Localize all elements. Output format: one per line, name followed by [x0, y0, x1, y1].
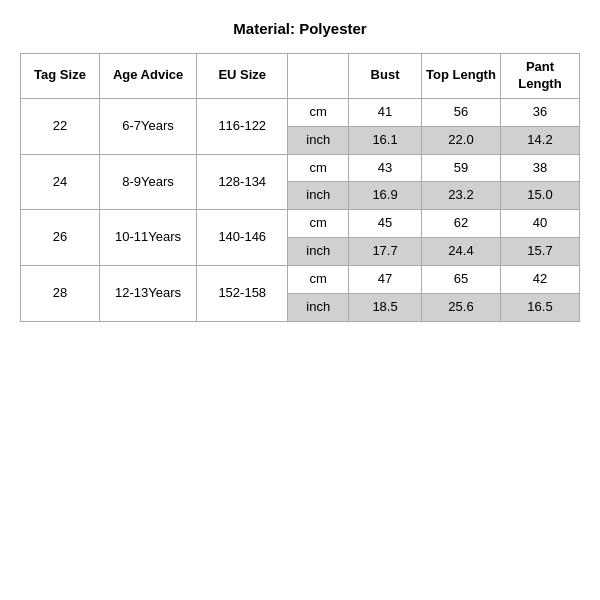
unit-inch-3: inch: [288, 294, 349, 322]
top-inch-3: 25.6: [421, 294, 500, 322]
bust-cm-1: 43: [349, 154, 422, 182]
bust-cm-3: 47: [349, 266, 422, 294]
pant-inch-3: 16.5: [500, 294, 579, 322]
pant-cm-1: 38: [500, 154, 579, 182]
bust-cm-2: 45: [349, 210, 422, 238]
age-advice-3: 12-13Years: [99, 266, 196, 322]
tag-size-3: 28: [21, 266, 100, 322]
header-top-length: Top Length: [421, 54, 500, 99]
pant-inch-0: 14.2: [500, 126, 579, 154]
eu-size-1: 128-134: [197, 154, 288, 210]
bust-inch-3: 18.5: [349, 294, 422, 322]
eu-size-3: 152-158: [197, 266, 288, 322]
top-cm-3: 65: [421, 266, 500, 294]
age-advice-0: 6-7Years: [99, 98, 196, 154]
header-age-advice: Age Advice: [99, 54, 196, 99]
pant-cm-0: 36: [500, 98, 579, 126]
eu-size-0: 116-122: [197, 98, 288, 154]
top-inch-2: 24.4: [421, 238, 500, 266]
top-cm-1: 59: [421, 154, 500, 182]
pant-cm-3: 42: [500, 266, 579, 294]
unit-inch-0: inch: [288, 126, 349, 154]
pant-inch-2: 15.7: [500, 238, 579, 266]
page-title: Material: Polyester: [233, 20, 366, 37]
pant-cm-2: 40: [500, 210, 579, 238]
unit-inch-1: inch: [288, 182, 349, 210]
tag-size-1: 24: [21, 154, 100, 210]
age-advice-2: 10-11Years: [99, 210, 196, 266]
unit-cm-3: cm: [288, 266, 349, 294]
bust-cm-0: 41: [349, 98, 422, 126]
header-eu-size: EU Size: [197, 54, 288, 99]
bust-inch-2: 17.7: [349, 238, 422, 266]
bust-inch-1: 16.9: [349, 182, 422, 210]
size-table: Tag Size Age Advice EU Size Bust Top Len…: [20, 53, 580, 322]
header-bust: Bust: [349, 54, 422, 99]
header-tag-size: Tag Size: [21, 54, 100, 99]
age-advice-1: 8-9Years: [99, 154, 196, 210]
top-inch-0: 22.0: [421, 126, 500, 154]
unit-cm-1: cm: [288, 154, 349, 182]
unit-inch-2: inch: [288, 238, 349, 266]
unit-cm-2: cm: [288, 210, 349, 238]
tag-size-2: 26: [21, 210, 100, 266]
tag-size-0: 22: [21, 98, 100, 154]
header-pant-length: Pant Length: [500, 54, 579, 99]
unit-cm-0: cm: [288, 98, 349, 126]
top-inch-1: 23.2: [421, 182, 500, 210]
eu-size-2: 140-146: [197, 210, 288, 266]
top-cm-0: 56: [421, 98, 500, 126]
bust-inch-0: 16.1: [349, 126, 422, 154]
top-cm-2: 62: [421, 210, 500, 238]
header-unit: [288, 54, 349, 99]
pant-inch-1: 15.0: [500, 182, 579, 210]
